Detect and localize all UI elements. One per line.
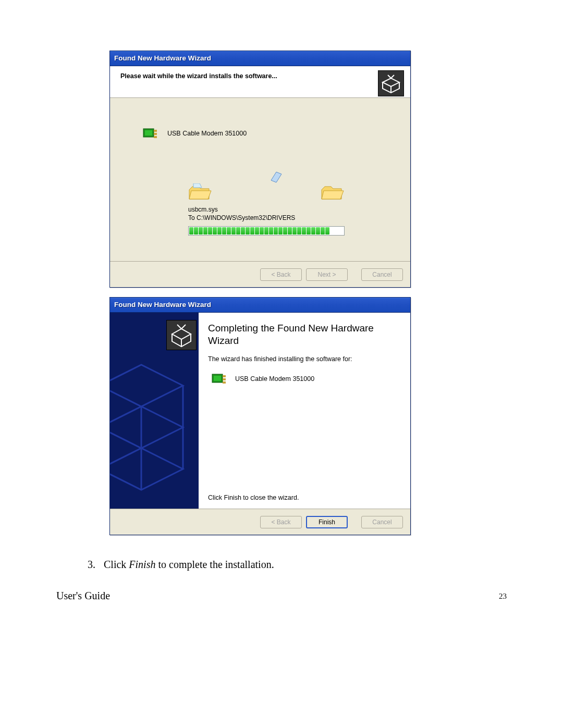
progress-segment (241, 227, 245, 235)
button-row: < Back Next > Cancel (110, 261, 410, 287)
cancel-button[interactable]: Cancel (361, 516, 403, 528)
progress-segment (321, 227, 325, 235)
progress-segment (269, 227, 273, 235)
hardware-chip-icon (142, 127, 158, 140)
main-panel: Completing the Found New Hardware Wizard… (199, 313, 410, 509)
progress-segment (222, 227, 226, 235)
dialog-body: Please wait while the wizard installs th… (110, 66, 410, 287)
progress-segment (264, 227, 268, 235)
progress-segment (325, 227, 329, 235)
title-bar: Found New Hardware Wizard (110, 51, 410, 66)
device-name: USB Cable Modem 351000 (167, 130, 247, 137)
wizard-box-icon (166, 320, 197, 350)
progress-segment (217, 227, 222, 235)
svg-marker-10 (189, 191, 211, 199)
svg-rect-6 (154, 133, 157, 135)
back-button[interactable]: < Back (260, 268, 302, 281)
hardware-chip-icon (211, 372, 227, 386)
svg-rect-5 (154, 130, 157, 132)
progress-segment (250, 227, 254, 235)
header-row: Please wait while the wizard installs th… (110, 66, 410, 98)
progress-segment (236, 227, 240, 235)
svg-marker-13 (322, 191, 344, 199)
device-name: USB Cable Modem 351000 (235, 375, 314, 382)
svg-rect-26 (223, 375, 226, 377)
back-button[interactable]: < Back (260, 516, 302, 528)
progress-segment (311, 227, 315, 235)
cancel-button[interactable]: Cancel (361, 268, 403, 281)
complete-subtext: The wizard has finished installing the s… (208, 355, 401, 363)
svg-rect-27 (223, 378, 226, 380)
window-title: Found New Hardware Wizard (114, 54, 211, 62)
file-transfer-animation (188, 181, 345, 202)
flying-document-icon (269, 170, 284, 184)
wizard-box-icon (378, 70, 404, 96)
svg-marker-9 (193, 183, 202, 188)
progress-bar (188, 226, 345, 236)
next-button[interactable]: Next > (306, 268, 348, 281)
progress-segment (255, 227, 259, 235)
content-area: Completing the Found New Hardware Wizard… (110, 313, 410, 509)
progress-segment (274, 227, 278, 235)
window-title: Found New Hardware Wizard (114, 301, 211, 309)
progress-segment (199, 227, 203, 235)
svg-marker-11 (271, 172, 282, 182)
device-row: USB Cable Modem 351000 (211, 372, 401, 386)
document-page: Found New Hardware Wizard Please wait wh… (0, 0, 563, 728)
progress-segment (213, 227, 217, 235)
svg-rect-7 (154, 136, 157, 138)
folder-open-icon (188, 183, 212, 202)
button-row: < Back Finish Cancel (110, 509, 410, 535)
wizard-side-panel (110, 313, 199, 509)
complete-heading: Completing the Found New Hardware Wizard (208, 322, 401, 347)
instruction-post: to complete the installation. (155, 559, 274, 570)
progress-segment (307, 227, 311, 235)
progress-segment (227, 227, 231, 235)
copy-status-text: usbcm.sys To C:\WINDOWS\System32\DRIVERS (188, 205, 295, 222)
device-row: USB Cable Modem 351000 (142, 127, 247, 140)
svg-rect-4 (145, 130, 152, 135)
title-bar: Found New Hardware Wizard (110, 298, 410, 313)
progress-segment (292, 227, 297, 235)
progress-segment (203, 227, 207, 235)
finish-hint: Click Finish to close the wizard. (208, 494, 299, 501)
copy-destination: To C:\WINDOWS\System32\DRIVERS (188, 214, 295, 222)
progress-segment (297, 227, 301, 235)
svg-rect-25 (214, 376, 221, 381)
dialog-body: Completing the Found New Hardware Wizard… (110, 313, 410, 535)
progress-segment (278, 227, 283, 235)
progress-segment (260, 227, 264, 235)
finish-button[interactable]: Finish (306, 516, 348, 528)
header-text: Please wait while the wizard installs th… (120, 70, 378, 80)
step-instruction: 3.Click Finish to complete the installat… (88, 559, 274, 571)
progress-segment (231, 227, 236, 235)
progress-segment (194, 227, 198, 235)
content-area: USB Cable Modem 351000 (110, 98, 410, 261)
install-progress-dialog: Found New Hardware Wizard Please wait wh… (109, 51, 411, 288)
page-number: 23 (499, 592, 507, 601)
footer-title: User's Guide (56, 590, 110, 602)
progress-segment (283, 227, 287, 235)
copy-file-name: usbcm.sys (188, 205, 295, 214)
progress-segment (208, 227, 212, 235)
folder-icon (321, 183, 345, 202)
progress-segment (288, 227, 292, 235)
instruction-pre: Click (104, 559, 129, 570)
svg-rect-28 (223, 381, 226, 384)
progress-segment (316, 227, 320, 235)
instruction-em: Finish (129, 559, 155, 570)
progress-segment (302, 227, 306, 235)
install-complete-dialog: Found New Hardware Wizard (109, 297, 411, 535)
step-number: 3. (88, 559, 95, 570)
progress-segment (246, 227, 250, 235)
progress-segment (189, 227, 193, 235)
